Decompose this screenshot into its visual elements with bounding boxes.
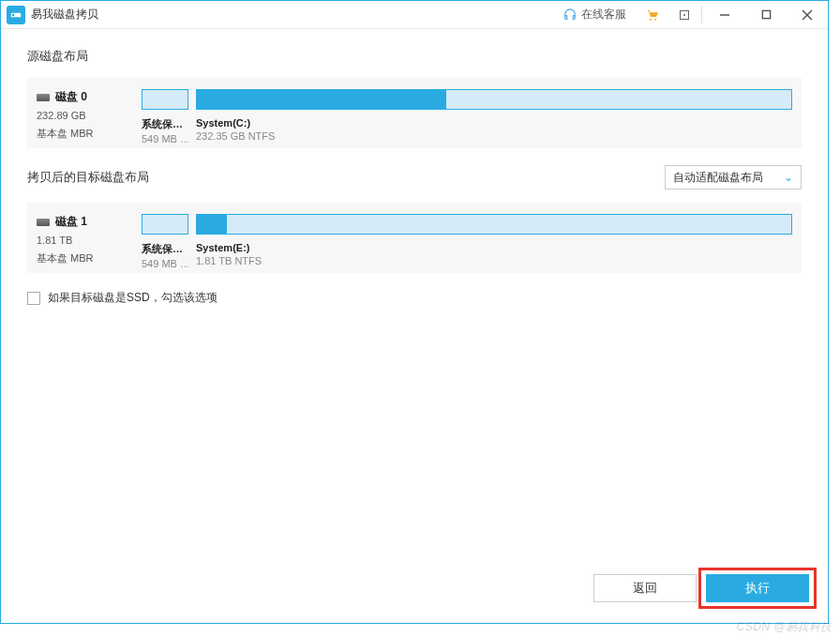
svg-rect-7 — [762, 10, 770, 18]
source-partitions: 系统保… 549 MB … System(C:) 232.35 GB NTFS — [142, 89, 792, 144]
maximize-icon — [761, 9, 772, 20]
titlebar: 易我磁盘拷贝 在线客服 — [1, 1, 828, 29]
app-icon — [7, 6, 25, 24]
content-area: 源磁盘布局 磁盘 0 232.89 GB 基本盘 MBR 系统保… 549 MB… — [1, 29, 828, 306]
extra-button[interactable] — [669, 1, 699, 28]
online-service-label: 在线客服 — [581, 7, 626, 23]
cart-button[interactable] — [636, 1, 669, 28]
app-title: 易我磁盘拷贝 — [31, 7, 98, 23]
target-heading: 拷贝后的目标磁盘布局 — [27, 169, 149, 186]
partition[interactable]: 系统保… 549 MB … — [142, 89, 188, 144]
svg-point-2 — [650, 18, 652, 20]
svg-point-5 — [683, 14, 685, 16]
chevron-down-icon: ⌄ — [784, 171, 793, 184]
partition-detail: 232.35 GB NTFS — [196, 130, 792, 142]
partition-detail: 1.81 TB NTFS — [196, 255, 792, 266]
maximize-button[interactable] — [745, 1, 787, 28]
square-dot-icon — [679, 9, 690, 21]
svg-point-3 — [654, 18, 656, 20]
watermark: CSDN @易我科技 — [736, 619, 832, 635]
partition-label: 系统保… — [142, 117, 188, 131]
titlebar-separator — [701, 7, 702, 23]
target-disk-size: 1.81 TB — [37, 234, 142, 248]
app-window: 易我磁盘拷贝 在线客服 源磁盘布局 — [0, 0, 829, 624]
titlebar-left: 易我磁盘拷贝 — [1, 6, 98, 24]
ssd-checkbox-label: 如果目标磁盘是SSD，勾选该选项 — [48, 290, 218, 306]
back-button[interactable]: 返回 — [593, 574, 697, 602]
target-disk-name: 磁盘 1 — [55, 214, 87, 230]
partition-label: 系统保… — [142, 242, 188, 256]
titlebar-right: 在线客服 — [553, 1, 828, 28]
minimize-icon — [719, 9, 730, 21]
layout-mode-dropdown[interactable]: 自动适配磁盘布局 ⌄ — [665, 165, 802, 190]
target-header-row: 拷贝后的目标磁盘布局 自动适配磁盘布局 ⌄ — [27, 165, 802, 190]
partition[interactable]: System(E:) 1.81 TB NTFS — [196, 214, 792, 269]
partition[interactable]: System(C:) 232.35 GB NTFS — [196, 89, 792, 144]
ssd-option-row: 如果目标磁盘是SSD，勾选该选项 — [27, 290, 802, 306]
source-disk-size: 232.89 GB — [37, 109, 142, 123]
svg-rect-1 — [12, 13, 14, 15]
target-disk-info: 磁盘 1 1.81 TB 基本盘 MBR — [37, 214, 142, 266]
online-service-button[interactable]: 在线客服 — [553, 1, 636, 28]
footer-buttons: 返回 执行 — [593, 574, 809, 602]
target-partitions: 系统保… 549 MB … System(E:) 1.81 TB NTFS — [142, 214, 792, 269]
dropdown-label: 自动适配磁盘布局 — [673, 170, 763, 186]
minimize-button[interactable] — [704, 1, 745, 28]
source-heading: 源磁盘布局 — [27, 48, 802, 65]
ssd-checkbox[interactable] — [27, 292, 40, 305]
execute-button[interactable]: 执行 — [706, 574, 809, 602]
close-icon — [802, 9, 813, 21]
source-disk-name: 磁盘 0 — [55, 89, 87, 105]
cart-icon — [645, 8, 660, 23]
partition-label: System(C:) — [196, 117, 792, 129]
target-disk-panel: 磁盘 1 1.81 TB 基本盘 MBR 系统保… 549 MB … Syste… — [27, 203, 802, 273]
partition-detail: 549 MB … — [142, 258, 188, 269]
source-disk-info: 磁盘 0 232.89 GB 基本盘 MBR — [37, 89, 142, 142]
partition[interactable]: 系统保… 549 MB … — [142, 214, 188, 269]
target-disk-type: 基本盘 MBR — [37, 251, 142, 265]
source-disk-panel: 磁盘 0 232.89 GB 基本盘 MBR 系统保… 549 MB … Sys… — [27, 78, 802, 148]
disk-icon — [37, 94, 50, 101]
close-button[interactable] — [787, 1, 828, 28]
partition-detail: 549 MB … — [142, 133, 188, 144]
headset-icon — [562, 8, 578, 23]
partition-label: System(E:) — [196, 242, 792, 253]
source-disk-type: 基本盘 MBR — [37, 127, 142, 141]
disk-icon — [37, 219, 50, 226]
